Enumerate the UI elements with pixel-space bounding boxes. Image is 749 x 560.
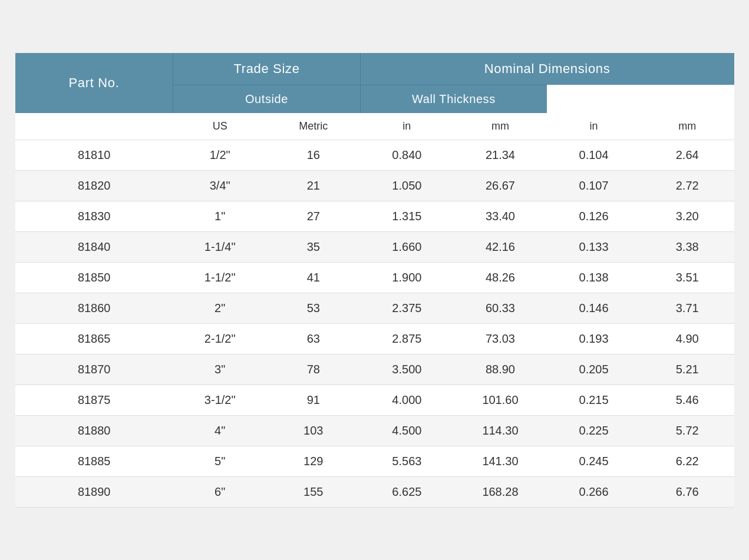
outside-mm: 33.40 — [454, 201, 547, 231]
wall-in: 0.266 — [547, 476, 641, 507]
trade-metric: 63 — [266, 323, 360, 354]
wall-mm: 5.46 — [641, 385, 734, 415]
col-wall-header: Wall Thickness — [360, 85, 547, 113]
wall-mm: 6.22 — [641, 446, 734, 476]
trade-us: 1/2" — [173, 140, 267, 170]
wall-in: 0.138 — [547, 262, 641, 293]
outside-mm: 26.67 — [454, 170, 547, 201]
trade-us: 2" — [173, 293, 267, 323]
subheader-empty — [15, 113, 173, 140]
subheader-wall-in: in — [547, 113, 641, 140]
subheader-row: US Metric in mm in mm — [15, 113, 734, 140]
trade-metric: 41 — [266, 262, 360, 293]
wall-mm: 3.20 — [641, 201, 734, 231]
trade-metric: 35 — [266, 231, 360, 262]
outside-in: 1.050 — [360, 170, 454, 201]
trade-metric: 78 — [266, 354, 360, 385]
part-no: 81830 — [15, 201, 173, 231]
subheader-metric: Metric — [266, 113, 360, 140]
outside-mm: 114.30 — [454, 415, 547, 446]
subheader-wall-mm: mm — [641, 113, 734, 140]
col-part-header: Part No. — [15, 53, 173, 113]
table-row: 818652-1/2"632.87573.030.1934.90 — [15, 323, 734, 354]
trade-us: 3-1/2" — [173, 385, 267, 415]
table-row: 818855"1295.563141.300.2456.22 — [15, 446, 734, 476]
col-nominal-header: Nominal Dimensions — [360, 53, 734, 85]
outside-mm: 88.90 — [454, 354, 547, 385]
outside-in: 1.315 — [360, 201, 454, 231]
wall-in: 0.146 — [547, 293, 641, 323]
table-row: 818101/2"160.84021.340.1042.64 — [15, 140, 734, 170]
trade-us: 1-1/4" — [173, 231, 267, 262]
table-row: 818804"1034.500114.300.2255.72 — [15, 415, 734, 446]
table-row: 818602"532.37560.330.1463.71 — [15, 293, 734, 323]
outside-in: 4.000 — [360, 385, 454, 415]
outside-in: 4.500 — [360, 415, 454, 446]
part-no: 81870 — [15, 354, 173, 385]
trade-metric: 103 — [266, 415, 360, 446]
subheader-us: US — [173, 113, 267, 140]
outside-mm: 73.03 — [454, 323, 547, 354]
wall-in: 0.215 — [547, 385, 641, 415]
trade-us: 1" — [173, 201, 267, 231]
outside-mm: 21.34 — [454, 140, 547, 170]
outside-in: 6.625 — [360, 476, 454, 507]
wall-mm: 2.72 — [641, 170, 734, 201]
wall-mm: 4.90 — [641, 323, 734, 354]
outside-mm: 101.60 — [454, 385, 547, 415]
trade-us: 2-1/2" — [173, 323, 267, 354]
col-trade-size-header: Trade Size — [173, 53, 360, 85]
trade-us: 5" — [173, 446, 267, 476]
wall-in: 0.126 — [547, 201, 641, 231]
part-no: 81885 — [15, 446, 173, 476]
wall-in: 0.225 — [547, 415, 641, 446]
part-no: 81840 — [15, 231, 173, 262]
trade-metric: 155 — [266, 476, 360, 507]
wall-in: 0.245 — [547, 446, 641, 476]
part-no: 81810 — [15, 140, 173, 170]
subheader-out-mm: mm — [454, 113, 547, 140]
trade-metric: 129 — [266, 446, 360, 476]
trade-metric: 21 — [266, 170, 360, 201]
table-row: 818703"783.50088.900.2055.21 — [15, 354, 734, 385]
part-no: 81880 — [15, 415, 173, 446]
outside-in: 3.500 — [360, 354, 454, 385]
trade-us: 6" — [173, 476, 267, 507]
table-row: 818401-1/4"351.66042.160.1333.38 — [15, 231, 734, 262]
part-no: 81875 — [15, 385, 173, 415]
outside-in: 0.840 — [360, 140, 454, 170]
trade-us: 3/4" — [173, 170, 267, 201]
part-no: 81850 — [15, 262, 173, 293]
outside-in: 2.875 — [360, 323, 454, 354]
outside-mm: 141.30 — [454, 446, 547, 476]
header-row-1: Part No. Trade Size Nominal Dimensions — [15, 53, 734, 85]
trade-metric: 16 — [266, 140, 360, 170]
table-body: 818101/2"160.84021.340.1042.64818203/4"2… — [15, 140, 734, 507]
outside-in: 2.375 — [360, 293, 454, 323]
wall-mm: 5.21 — [641, 354, 734, 385]
wall-mm: 6.76 — [641, 476, 734, 507]
outside-mm: 48.26 — [454, 262, 547, 293]
subheader-out-in: in — [360, 113, 454, 140]
dimensions-table: Part No. Trade Size Nominal Dimensions O… — [15, 53, 734, 508]
wall-in: 0.133 — [547, 231, 641, 262]
col-outside-header: Outside — [173, 85, 360, 113]
wall-mm: 3.71 — [641, 293, 734, 323]
outside-mm: 60.33 — [454, 293, 547, 323]
table-row: 818301"271.31533.400.1263.20 — [15, 201, 734, 231]
outside-mm: 42.16 — [454, 231, 547, 262]
wall-mm: 2.64 — [641, 140, 734, 170]
trade-us: 4" — [173, 415, 267, 446]
table-row: 818203/4"211.05026.670.1072.72 — [15, 170, 734, 201]
wall-in: 0.205 — [547, 354, 641, 385]
part-no: 81860 — [15, 293, 173, 323]
wall-mm: 5.72 — [641, 415, 734, 446]
trade-metric: 53 — [266, 293, 360, 323]
wall-in: 0.107 — [547, 170, 641, 201]
table-row: 818501-1/2"411.90048.260.1383.51 — [15, 262, 734, 293]
part-no: 81890 — [15, 476, 173, 507]
trade-metric: 91 — [266, 385, 360, 415]
part-no: 81820 — [15, 170, 173, 201]
wall-mm: 3.38 — [641, 231, 734, 262]
trade-us: 1-1/2" — [173, 262, 267, 293]
